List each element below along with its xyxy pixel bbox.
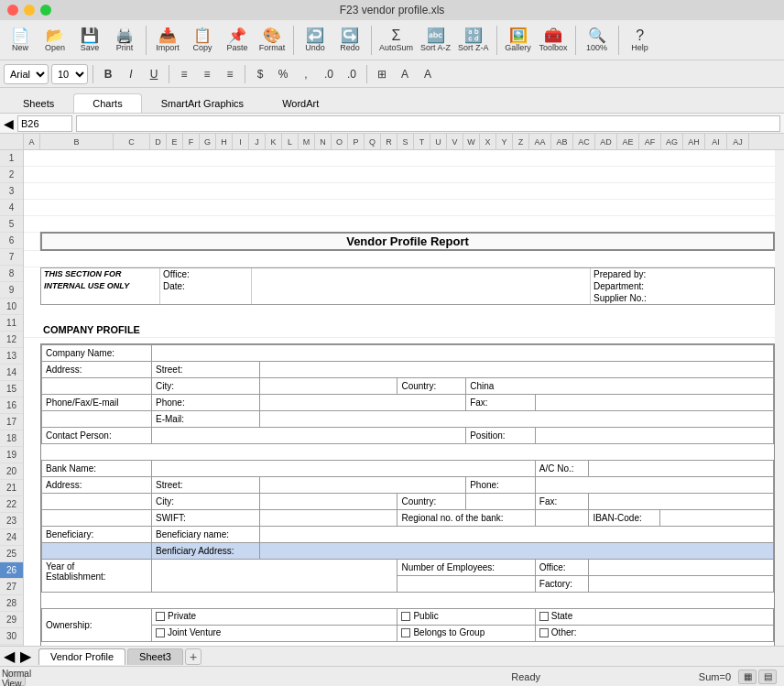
city-value[interactable]: [260, 378, 397, 395]
toolbox-button[interactable]: 🧰 Toolbox: [537, 22, 571, 59]
city2-value[interactable]: [260, 494, 397, 510]
format-button[interactable]: 🎨 Format: [256, 22, 289, 59]
company-name-row: Company Name:: [42, 345, 774, 362]
regional-value[interactable]: [535, 510, 589, 527]
increase-decimal-button[interactable]: .0: [319, 64, 339, 84]
minimize-button[interactable]: [24, 5, 35, 16]
fax-value[interactable]: [535, 395, 773, 411]
factory-value[interactable]: [589, 576, 774, 593]
country-label: Country:: [397, 378, 466, 395]
underline-button[interactable]: U: [144, 64, 164, 84]
save-icon: 💾: [81, 28, 99, 43]
ac-no-value[interactable]: [589, 461, 774, 477]
vendor-profile-table: Company Name: Address: Street: Ci: [40, 343, 775, 646]
open-button[interactable]: 📂 Open: [38, 22, 71, 59]
office-employees-value[interactable]: [589, 560, 774, 576]
align-left-button[interactable]: ≡: [174, 64, 194, 84]
tab-wordart[interactable]: WordArt: [263, 93, 338, 113]
print-button[interactable]: 🖨️ Print: [108, 22, 141, 59]
tab-charts[interactable]: Charts: [73, 93, 141, 113]
new-button[interactable]: 📄 New: [4, 22, 37, 59]
factory-employees-value[interactable]: [397, 576, 535, 593]
ownership-row2: Joint Venture Belongs to Group: [42, 626, 774, 642]
tab-nav-left[interactable]: ◀: [4, 648, 15, 665]
beneficiary-name-value[interactable]: [260, 527, 774, 543]
empty-row-5: [24, 216, 775, 233]
street-value[interactable]: [260, 362, 774, 378]
company-name-value[interactable]: [152, 345, 774, 362]
fill-color-button[interactable]: A: [395, 64, 415, 84]
position-value[interactable]: [535, 428, 773, 444]
add-sheet-button[interactable]: +: [185, 648, 201, 665]
main-content-area[interactable]: Vendor Profile Report THIS SECTION FOR O…: [24, 150, 784, 646]
tab-sheets[interactable]: Sheets: [4, 93, 73, 113]
comma-button[interactable]: ,: [296, 64, 316, 84]
sheet-tab-vendor-profile[interactable]: Vendor Profile: [38, 648, 125, 665]
private-label: Private: [168, 611, 196, 621]
currency-button[interactable]: $: [250, 64, 270, 84]
cell-reference-input[interactable]: [17, 115, 72, 132]
formula-bar: ◀: [0, 114, 784, 134]
fax2-value[interactable]: [589, 494, 774, 510]
align-right-button[interactable]: ≡: [220, 64, 240, 84]
import-button[interactable]: 📥 Import: [151, 22, 184, 59]
percent-button[interactable]: %: [273, 64, 293, 84]
sheet-tab-sheet3[interactable]: Sheet3: [127, 648, 183, 665]
decrease-decimal-button[interactable]: .0: [342, 64, 362, 84]
redo-button[interactable]: ↪️ Redo: [333, 22, 366, 59]
gallery-button[interactable]: 🖼️ Gallery: [502, 22, 535, 59]
swift-value[interactable]: [260, 510, 397, 527]
row-5: 5: [0, 216, 23, 233]
borders-button[interactable]: ⊞: [372, 64, 392, 84]
font-selector[interactable]: Arial: [4, 64, 49, 84]
phone-value[interactable]: [260, 395, 466, 411]
undo-button[interactable]: ↩️ Undo: [299, 22, 332, 59]
close-button[interactable]: [7, 5, 18, 16]
autosum-button[interactable]: Σ AutoSum: [376, 22, 416, 59]
public-checkbox[interactable]: [401, 612, 410, 621]
italic-button[interactable]: I: [121, 64, 141, 84]
country2-value[interactable]: [466, 494, 536, 510]
email-value[interactable]: [260, 411, 774, 428]
view-btn-2[interactable]: ▤: [758, 670, 777, 684]
sort-za-button[interactable]: 🔡 Sort Z-A: [455, 22, 492, 59]
bank-value[interactable]: [152, 461, 536, 477]
row-19: 19: [0, 447, 23, 463]
bold-button[interactable]: B: [98, 64, 118, 84]
contact-value[interactable]: [152, 428, 466, 444]
formula-input[interactable]: [76, 115, 780, 132]
copy-button[interactable]: 📋 Copy: [186, 22, 219, 59]
jv-checkbox[interactable]: [156, 628, 165, 637]
font-size-selector[interactable]: 10: [51, 64, 88, 84]
other-checkbox[interactable]: [539, 628, 549, 637]
city2-row: City: Country: Fax:: [42, 494, 774, 510]
sort-az-button[interactable]: 🔤 Sort A-Z: [418, 22, 453, 59]
align-center-button[interactable]: ≡: [197, 64, 217, 84]
grid-body: 1 2 3 4 5 6 7 8 9 10 11 12 13 14 15 16 1…: [0, 150, 784, 646]
iban-value[interactable]: [660, 510, 774, 527]
beneficiary-addr-value[interactable]: [260, 543, 774, 560]
tab-nav-right[interactable]: ▶: [20, 648, 31, 665]
save-button[interactable]: 💾 Save: [73, 22, 106, 59]
navigate-left-icon[interactable]: ◀: [4, 116, 14, 131]
zoom-button[interactable]: 🔍 100%: [581, 22, 614, 59]
office-value[interactable]: [252, 268, 591, 280]
country-value[interactable]: China: [466, 378, 774, 395]
phone2-value[interactable]: [535, 477, 773, 494]
public-label: Public: [413, 611, 438, 621]
normal-view-button[interactable]: Normal View: [7, 671, 26, 686]
help-button[interactable]: ? Help: [624, 22, 657, 59]
position-label: Position:: [466, 428, 536, 444]
paste-button[interactable]: 📌 Paste: [221, 22, 254, 59]
private-checkbox[interactable]: [156, 612, 165, 621]
date-value[interactable]: [252, 280, 591, 292]
state-checkbox[interactable]: [539, 612, 549, 621]
col-header-t: T: [414, 134, 430, 150]
view-btn-1[interactable]: ▦: [738, 670, 757, 684]
font-color-button[interactable]: A: [418, 64, 438, 84]
year-estab-value[interactable]: [152, 560, 397, 593]
street2-value[interactable]: [260, 477, 466, 494]
maximize-button[interactable]: [40, 5, 51, 16]
bg-checkbox[interactable]: [401, 628, 410, 637]
tab-smartart[interactable]: SmartArt Graphics: [142, 93, 263, 113]
